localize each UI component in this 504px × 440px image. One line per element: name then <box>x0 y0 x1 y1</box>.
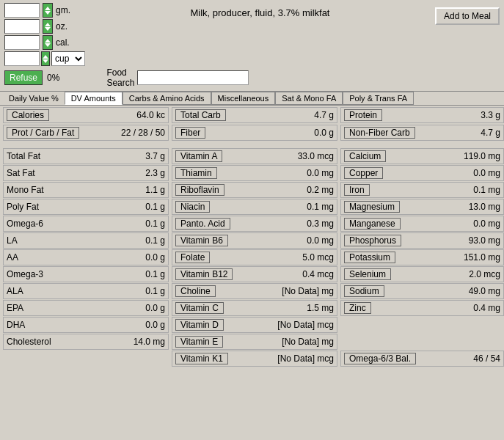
col3-row <box>340 317 504 333</box>
col1-label-11: Cholesterol <box>7 337 51 347</box>
col2-value-8: [No Data] mg <box>282 286 334 296</box>
col1-value-10: 0.0 g <box>145 320 165 330</box>
add-to-meal-button[interactable]: Add to Meal <box>435 7 500 25</box>
col1-label-2: Mono Fat <box>7 185 44 195</box>
col1-label-4: Omega-6 <box>7 219 43 229</box>
col3-value-12: 46 / 54 <box>473 353 500 364</box>
col3-row: Selenium2.0 mcg <box>340 266 504 282</box>
tab-carbs[interactable]: Carbs & Amino Acids <box>123 92 211 105</box>
food-search-input[interactable] <box>137 70 249 85</box>
col3-label-5: Phosphorus <box>344 235 401 246</box>
calories-row: Calories 64.0 kc <box>3 107 169 123</box>
calories-label: Calories <box>7 109 49 121</box>
tab-misc[interactable]: Miscellaneous <box>211 92 276 105</box>
tab-dv-amounts[interactable]: DV Amounts <box>65 92 123 105</box>
col2: Vitamin A33.0 mcgThiamin0.0 mgRiboflavin… <box>170 147 339 367</box>
col2-label-8: Choline <box>175 285 216 297</box>
col1-row: ALA0.1 g <box>3 283 169 299</box>
refuse-button[interactable]: Refuse <box>4 70 43 85</box>
col1-value-11: 14.0 mg <box>134 337 165 347</box>
col3-label-4: Manganese <box>344 218 401 230</box>
protein-row: Protein 3.3 g <box>340 107 504 123</box>
col2-label-5: Vitamin B6 <box>175 235 228 246</box>
cup-input[interactable]: 0.375 <box>4 51 40 66</box>
col2-value-12: [No Data] mcg <box>277 353 334 364</box>
col1-label-1: Sat Fat <box>7 168 35 178</box>
col3-row: Magnesium13.0 mg <box>340 199 504 215</box>
col2-label-12: Vitamin K1 <box>175 353 228 364</box>
col3-row <box>340 334 504 350</box>
col2-label-11: Vitamin E <box>175 336 223 348</box>
gm-input[interactable]: 100 <box>4 3 40 18</box>
col1: Total Fat3.7 gSat Fat2.3 gMono Fat1.1 gP… <box>1 147 170 367</box>
col3-row: Manganese0.0 mg <box>340 216 504 232</box>
col2-label-9: Vitamin C <box>175 302 224 314</box>
col3-value-6: 151.0 mg <box>464 252 500 263</box>
oz-spinner[interactable] <box>43 19 53 34</box>
col1-value-5: 0.1 g <box>145 235 165 246</box>
col3-row: Zinc0.4 mg <box>340 300 504 316</box>
col2-row: Folate5.0 mcg <box>172 249 337 265</box>
col1-label-3: Poly Fat <box>7 202 39 212</box>
col1-value-7: 0.1 g <box>145 269 165 279</box>
col1-value-9: 0.0 g <box>145 303 165 313</box>
cup-input-row: 0.375 cup <box>4 51 85 66</box>
col3: Calcium119.0 mgCopper0.0 mgIron0.1 mgMag… <box>339 147 504 367</box>
col1-value-8: 0.1 g <box>145 286 165 296</box>
col1-row: LA0.1 g <box>3 232 169 249</box>
col3-value-0: 119.0 mg <box>464 151 500 161</box>
col3-label-9: Zinc <box>344 302 371 314</box>
tabs-row: Daily Value % DV Amounts Carbs & Amino A… <box>0 91 504 106</box>
col3-label-3: Magnesium <box>344 201 400 213</box>
col2-value-3: 0.1 mg <box>307 202 334 212</box>
fiber-value: 0.0 g <box>314 128 334 138</box>
col2-value-4: 0.3 mg <box>307 219 334 229</box>
oz-input[interactable]: 3.5 <box>4 19 40 34</box>
col3-value-1: 0.0 mg <box>473 168 500 178</box>
col2-value-6: 5.0 mcg <box>302 252 334 263</box>
col1-label-8: ALA <box>7 286 23 296</box>
refuse-pct: 0% <box>47 73 59 83</box>
col2-label-10: Vitamin D <box>175 319 224 331</box>
col1-label-0: Total Fat <box>7 151 40 161</box>
pcf-label: Prot / Carb / Fat <box>7 127 79 139</box>
tab-sat-mono[interactable]: Sat & Mono FA <box>275 92 343 105</box>
col3-label-8: Sodium <box>344 285 384 297</box>
food-title-area: Milk, producer, fluid, 3.7% milkfat <box>87 3 434 20</box>
cup-unit-select[interactable]: cup <box>51 51 85 66</box>
col2-row: Vitamin K1[No Data] mcg <box>172 351 337 367</box>
tab-poly-trans[interactable]: Poly & Trans FA <box>343 92 414 105</box>
col3-row: Phosphorus93.0 mg <box>340 232 504 249</box>
col3-value-8: 49.0 mg <box>469 286 500 296</box>
col2-value-11: [No Data] mg <box>282 337 334 347</box>
top-nutrients-area: Calories 64.0 kc Total Carb 4.7 g Protei… <box>0 106 504 368</box>
cal-spinner[interactable] <box>43 35 53 50</box>
gm-spinner[interactable] <box>43 3 53 18</box>
col1-value-4: 0.1 g <box>145 219 165 229</box>
col2-row: Panto. Acid0.3 mg <box>172 216 337 232</box>
col1-row: Omega-60.1 g <box>3 216 169 232</box>
protein-label: Protein <box>344 109 382 121</box>
oz-input-row: 3.5 oz. <box>4 19 85 34</box>
col3-value-4: 0.0 mg <box>473 219 500 229</box>
col1-label-5: LA <box>7 235 18 246</box>
col1-value-0: 3.7 g <box>145 151 165 161</box>
col1-label-10: DHA <box>7 320 25 330</box>
col3-value-2: 0.1 mg <box>473 185 500 195</box>
cal-input[interactable]: 64 <box>4 35 40 50</box>
col1-row: Sat Fat2.3 g <box>3 165 169 181</box>
col2-label-3: Niacin <box>175 201 210 213</box>
fiber-row: Fiber 0.0 g <box>172 125 337 141</box>
total-carb-value: 4.7 g <box>314 110 334 120</box>
col2-value-10: [No Data] mcg <box>277 320 334 330</box>
col1-value-6: 0.0 g <box>145 252 165 263</box>
non-fiber-carb-row: Non-Fiber Carb 4.7 g <box>340 125 504 141</box>
col2-row: Riboflavin0.2 mg <box>172 182 337 198</box>
pcf-value: 22 / 28 / 50 <box>121 128 165 138</box>
col1-value-2: 1.1 g <box>145 185 165 195</box>
col1-label-7: Omega-3 <box>7 269 43 279</box>
col2-value-5: 0.0 mg <box>307 235 334 246</box>
col2-label-7: Vitamin B12 <box>175 268 233 280</box>
cup-spinner[interactable] <box>41 51 50 66</box>
col3-label-0: Calcium <box>344 150 386 162</box>
